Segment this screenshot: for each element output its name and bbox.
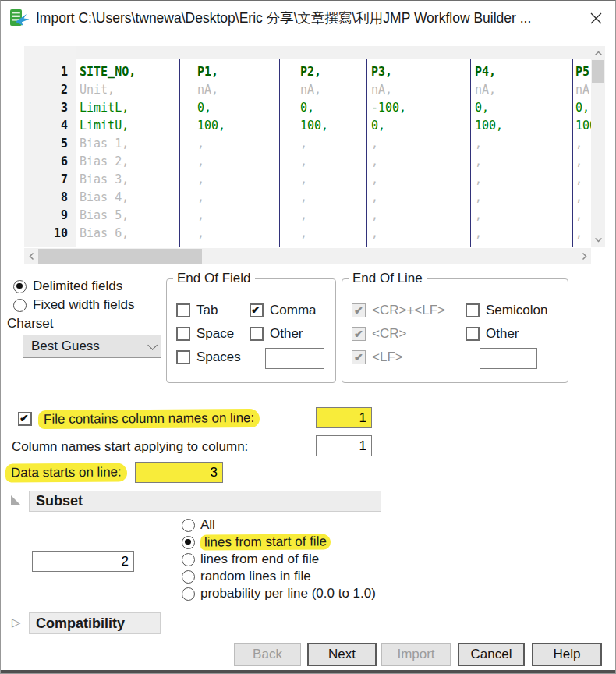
preview-cell: 100, [300,117,366,135]
line-number: 6 [24,153,76,171]
checkbox-other-line[interactable]: Other [466,326,519,342]
checkbox-label[interactable]: Semicolon [486,303,547,318]
column-names-label-highlighted[interactable]: File contains column names on line: [38,409,260,429]
line-number: 5 [24,135,76,153]
subset-option-all[interactable]: All [182,516,376,534]
preview-cell: , [300,135,366,153]
preview-cell: nA, [197,81,279,99]
line-number: 9 [24,207,76,225]
subset-option-random-lines[interactable]: random lines in file [182,568,376,585]
horizontal-scroll-thumb[interactable] [38,249,202,264]
preview-cell: LimitL, [80,99,179,117]
other-line-delimiter-input[interactable] [480,348,537,369]
window-title: Import C:\Users\twnewa\Desktop\Eric 分享\文… [36,9,531,27]
checkbox-semicolon[interactable]: Semicolon [466,303,547,318]
cancel-button[interactable]: Cancel [458,643,525,666]
column-start-input[interactable] [316,435,372,456]
radio-label-highlighted[interactable]: lines from start of file [200,534,331,550]
import-dialog-window: Import C:\Users\twnewa\Desktop\Eric 分享\文… [0,0,616,674]
back-button-label: Back [253,647,282,662]
preview-cell: , [197,225,279,243]
preview-cell: , [300,153,366,171]
checkbox-checked-icon[interactable] [18,412,32,426]
compatibility-section-header[interactable]: Compatibility [29,612,161,634]
preview-cell: P2, [300,63,366,81]
scroll-left-icon[interactable] [24,249,38,263]
preview-cell: , [475,207,572,225]
checkbox-checked-disabled-icon [352,350,366,364]
window-bottom-edge [1,670,615,673]
checkbox-other-field[interactable]: Other [250,326,303,342]
data-starts-line-input[interactable] [135,462,223,483]
radio-icon [182,553,195,566]
radio-label[interactable]: Delimited fields [33,278,122,294]
compatibility-disclosure-closed-icon[interactable]: ▷ [12,616,21,628]
subset-title: Subset [36,493,83,509]
import-button-label: Import [397,647,434,662]
checkbox-label[interactable]: Tab [196,303,218,318]
subset-count-input[interactable] [32,551,134,572]
checkbox-label[interactable]: Other [270,326,303,342]
radio-label[interactable]: Fixed width fields [33,297,134,313]
radio-fixed-width-fields[interactable]: Fixed width fields [13,297,134,313]
checkbox-label[interactable]: Space [196,326,234,342]
checkbox-space[interactable]: Space [176,326,234,342]
checkbox-column-names-row: File contains column names on line: [18,410,260,428]
checkbox-checked-icon [250,303,264,317]
preview-cell: , [371,189,470,207]
scroll-down-icon[interactable] [591,232,605,247]
radio-label[interactable]: probability per line (0.0 to 1.0) [200,586,376,601]
preview-cell: , [300,171,366,189]
close-icon[interactable] [587,9,604,27]
preview-cell: , [371,135,470,153]
preview-cell: , [371,225,470,243]
checkbox-icon [466,303,480,317]
line-number: 8 [24,189,76,207]
line-number: 3 [24,99,76,117]
preview-cell: P4, [475,63,572,81]
column-names-line-input[interactable] [316,407,372,428]
radio-label[interactable]: random lines in file [200,569,311,584]
preview-cell: , [300,207,366,225]
subset-option-lines-from-start[interactable]: lines from start of file [182,534,376,551]
other-field-delimiter-input[interactable] [265,348,324,369]
preview-cell: LimitU, [80,117,179,135]
radio-checked-icon [182,536,195,549]
back-button: Back [234,643,301,666]
radio-label[interactable]: lines from end of file [200,552,319,567]
checkbox-comma[interactable]: Comma [250,303,317,318]
scroll-right-icon[interactable] [577,249,591,263]
checkbox-label[interactable]: Comma [270,303,317,318]
horizontal-scrollbar[interactable] [24,248,591,264]
checkbox-icon [176,303,190,317]
preview-cell: 0, [575,99,591,117]
charset-select[interactable]: Best Guess [23,335,161,358]
preview-cell: Bias 3, [80,171,179,189]
next-button[interactable]: Next [307,643,377,666]
subset-section-header[interactable]: Subset [29,491,381,512]
checkbox-tab[interactable]: Tab [176,303,218,318]
preview-cell: Bias 2, [80,153,179,171]
preview-cell: , [475,171,572,189]
checkbox-label[interactable]: Spaces [196,349,241,365]
subset-option-probability[interactable]: probability per line (0.0 to 1.0) [182,585,376,602]
jmp-import-icon [9,8,30,28]
scroll-up-icon[interactable] [591,46,605,60]
preview-cell: P5, [575,63,591,81]
help-button[interactable]: Help [532,643,602,666]
preview-cell: P1, [197,63,279,81]
preview-column-6-clipped: P5, nA, 0, 100, , , , , , , [572,59,591,247]
checkbox-spaces[interactable]: Spaces [176,349,241,365]
preview-cell: , [300,225,366,243]
preview-cell: , [575,153,591,171]
subset-option-lines-from-end[interactable]: lines from end of file [182,551,376,568]
vertical-scrollbar[interactable] [591,46,605,247]
preview-cell: Bias 1, [80,135,179,153]
radio-delimited-fields[interactable]: Delimited fields [13,278,122,294]
checkbox-label[interactable]: Other [486,326,519,342]
column-start-label: Column names start applying to column: [12,439,248,455]
charset-label: Charset [7,316,54,332]
subset-disclosure-open-icon[interactable] [11,495,21,506]
vertical-scroll-thumb[interactable] [592,60,604,83]
radio-label[interactable]: All [200,517,215,533]
